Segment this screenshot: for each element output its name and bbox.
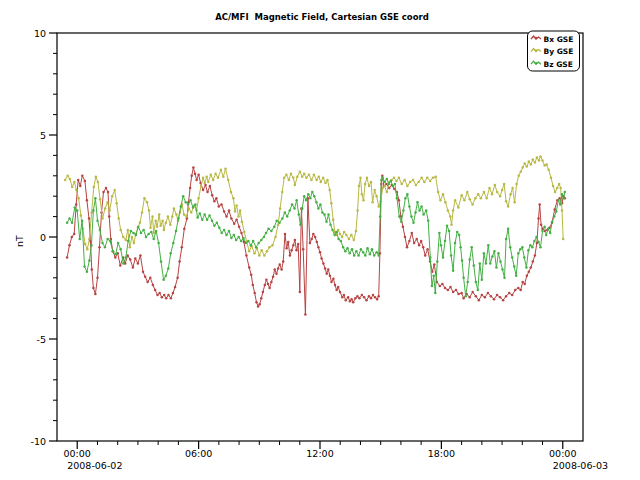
- data-point-marker: [432, 177, 435, 180]
- data-point-marker: [417, 181, 420, 184]
- data-point-marker: [509, 193, 512, 196]
- x-tick-date: 2008-06-02: [67, 460, 122, 471]
- data-point-marker: [455, 289, 458, 292]
- data-point-marker: [545, 234, 548, 237]
- data-point-marker: [477, 289, 480, 292]
- data-point-marker: [371, 248, 374, 251]
- data-point-marker: [66, 175, 69, 178]
- data-point-marker: [92, 209, 95, 212]
- data-point-marker: [159, 225, 162, 228]
- data-point-marker: [534, 254, 537, 257]
- data-point-marker: [454, 199, 457, 202]
- data-point-marker: [481, 279, 484, 282]
- data-point-marker: [537, 241, 540, 244]
- data-point-marker: [333, 234, 336, 237]
- data-point-marker: [323, 213, 326, 216]
- data-point-marker: [215, 197, 218, 200]
- data-point-marker: [372, 294, 375, 297]
- data-point-marker: [507, 228, 510, 231]
- data-point-marker: [322, 262, 325, 265]
- data-point-marker: [294, 184, 297, 187]
- data-point-marker: [69, 178, 72, 181]
- data-point-marker: [242, 237, 245, 240]
- data-point-marker: [302, 248, 305, 251]
- data-point-marker: [273, 226, 276, 229]
- data-point-marker: [163, 229, 166, 232]
- data-point-marker: [341, 236, 344, 239]
- data-point-marker: [519, 289, 522, 292]
- data-point-marker: [381, 187, 384, 190]
- data-point-marker: [301, 176, 304, 179]
- data-point-marker: [94, 197, 97, 200]
- data-point-marker: [119, 264, 122, 267]
- data-point-marker: [281, 191, 284, 194]
- data-point-marker: [523, 162, 526, 165]
- data-point-marker: [355, 230, 358, 233]
- data-point-marker: [458, 234, 461, 237]
- data-point-marker: [297, 243, 300, 246]
- data-point-marker: [88, 238, 91, 241]
- data-point-marker: [485, 262, 488, 265]
- data-point-marker: [495, 266, 498, 269]
- data-point-marker: [293, 207, 296, 210]
- data-point-marker: [79, 185, 82, 188]
- legend-marker-dot: [535, 62, 538, 65]
- data-point-marker: [442, 256, 445, 259]
- data-point-marker: [177, 217, 180, 220]
- data-point-marker: [299, 170, 302, 173]
- data-point-marker: [369, 253, 372, 256]
- data-point-marker: [444, 201, 447, 204]
- data-point-marker: [104, 246, 107, 249]
- data-point-marker: [277, 267, 280, 270]
- data-point-marker: [463, 199, 466, 202]
- data-point-marker: [556, 187, 559, 190]
- data-point-marker: [538, 159, 541, 162]
- data-point-marker: [154, 219, 157, 222]
- data-point-marker: [517, 175, 520, 178]
- data-point-marker: [111, 195, 114, 198]
- data-point-marker: [461, 259, 464, 262]
- data-point-marker: [344, 250, 347, 253]
- legend-item-label: Bx GSE: [544, 35, 574, 44]
- data-point-marker: [497, 252, 500, 255]
- data-point-marker: [95, 176, 98, 179]
- data-point-marker: [252, 240, 255, 243]
- data-point-marker: [315, 179, 318, 182]
- data-point-marker: [355, 250, 358, 253]
- legend-item-label: By GSE: [544, 47, 574, 56]
- y-tick-label: 5: [40, 130, 46, 141]
- data-point-marker: [92, 287, 95, 290]
- data-point-marker: [475, 281, 478, 284]
- data-point-marker: [317, 246, 320, 249]
- data-point-marker: [174, 286, 177, 289]
- data-point-marker: [547, 228, 550, 231]
- data-point-marker: [488, 187, 491, 190]
- data-point-marker: [509, 246, 512, 249]
- data-point-marker: [243, 231, 246, 234]
- data-point-marker: [457, 293, 460, 296]
- data-point-marker: [528, 270, 531, 273]
- data-point-marker: [241, 220, 244, 223]
- data-point-marker: [295, 199, 298, 202]
- data-point-marker: [385, 183, 388, 186]
- data-point-marker: [468, 258, 471, 261]
- data-point-marker: [260, 239, 263, 242]
- data-point-marker: [559, 187, 562, 190]
- data-point-marker: [348, 238, 351, 241]
- data-point-marker: [75, 203, 78, 206]
- data-point-marker: [175, 230, 178, 233]
- data-point-marker: [253, 292, 256, 295]
- data-point-marker: [213, 200, 216, 203]
- data-point-marker: [379, 215, 382, 218]
- data-point-marker: [352, 301, 355, 304]
- data-point-marker: [342, 246, 345, 249]
- data-point-marker: [295, 249, 298, 252]
- data-point-marker: [519, 248, 522, 251]
- data-point-marker: [402, 226, 405, 229]
- data-point-marker: [290, 173, 293, 176]
- data-point-marker: [228, 209, 231, 212]
- data-point-marker: [339, 233, 342, 236]
- data-point-marker: [354, 297, 357, 300]
- data-point-marker: [440, 244, 443, 247]
- data-point-marker: [459, 246, 462, 249]
